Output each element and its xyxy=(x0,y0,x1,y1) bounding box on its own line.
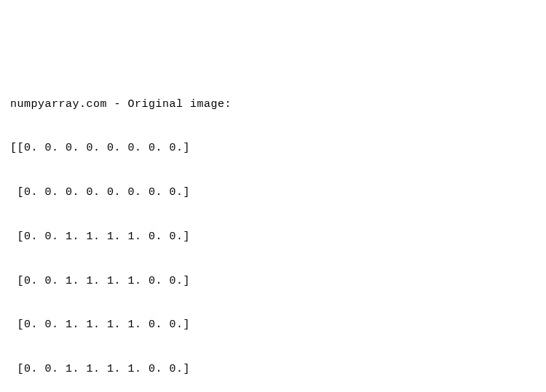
original-image-row: [0. 0. 1. 1. 1. 1. 0. 0.] xyxy=(10,318,536,332)
original-image-row: [0. 0. 1. 1. 1. 1. 0. 0.] xyxy=(10,274,536,289)
original-image-row: [[0. 0. 0. 0. 0. 0. 0. 0.] xyxy=(10,141,536,156)
original-image-row: [0. 0. 1. 1. 1. 1. 0. 0.] xyxy=(10,362,536,377)
original-image-row: [0. 0. 0. 0. 0. 0. 0. 0.] xyxy=(10,185,536,200)
console-output: numpyarray.com - Original image: [[0. 0.… xyxy=(10,68,536,392)
original-image-row: [0. 0. 1. 1. 1. 1. 0. 0.] xyxy=(10,230,536,244)
section1-title: numpyarray.com - Original image: xyxy=(10,97,536,112)
